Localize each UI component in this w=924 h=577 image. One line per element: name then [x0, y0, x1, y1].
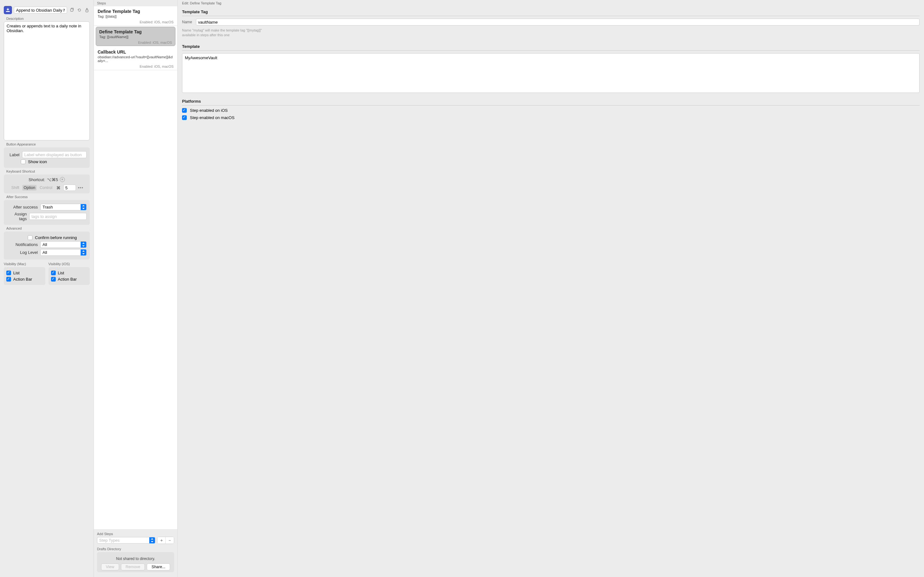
notifications-label: Notifications — [7, 242, 38, 247]
steps-header: Steps — [94, 0, 177, 6]
mod-control[interactable]: Control — [39, 185, 53, 190]
add-steps-label: Add Steps — [97, 532, 174, 536]
template-textarea[interactable]: MyAwesomeVault — [182, 53, 919, 93]
left-panel: Description Creates or appends text to a… — [0, 0, 94, 577]
after-success-panel: After success Trash Assign tags — [4, 200, 90, 225]
svg-rect-1 — [71, 9, 73, 11]
after-success-field-label: After success — [7, 205, 38, 210]
remove-step-button[interactable]: － — [166, 537, 174, 544]
action-name-input[interactable] — [14, 6, 67, 13]
button-appearance-panel: Label Show icon — [4, 147, 90, 168]
after-success-select[interactable]: Trash — [40, 204, 87, 210]
title-row — [4, 6, 90, 14]
visibility-ios-label: Visibility (iOS) — [48, 262, 90, 266]
more-icon[interactable]: ••• — [78, 185, 84, 190]
step-enabled: Enabled: iOS, macOS — [98, 20, 174, 24]
mod-option[interactable]: Option — [23, 185, 37, 190]
macos-enabled-checkbox[interactable] — [182, 115, 187, 120]
step-subtitle: obsidian://advanced-uri?vault=[[vaultNam… — [98, 55, 174, 63]
confirm-checkbox[interactable] — [28, 235, 32, 240]
step-title: Define Template Tag — [98, 9, 174, 14]
macos-enabled-label: Step enabled on macOS — [190, 115, 235, 120]
vis-actionbar-label: Action Bar — [13, 277, 32, 282]
remove-button: Remove — [121, 564, 145, 571]
step-types-select[interactable]: Step Types — [97, 537, 155, 544]
log-level-select[interactable]: All — [40, 249, 87, 256]
share-icon[interactable] — [84, 7, 90, 13]
step-subtitle: Tag: [[data]] — [98, 15, 174, 18]
advanced-panel: Confirm before running Notifications All… — [4, 232, 90, 259]
name-label: Name — [182, 20, 193, 24]
step-item[interactable]: Define Template TagTag: [[data]]Enabled:… — [94, 6, 177, 26]
step-title: Define Template Tag — [99, 29, 172, 34]
vis-actionbar-label: Action Bar — [58, 277, 77, 282]
steps-panel: Steps Define Template TagTag: [[data]]En… — [94, 0, 178, 577]
assign-tags-input[interactable] — [29, 213, 87, 220]
duplicate-icon[interactable] — [69, 7, 75, 13]
shortcut-key-input[interactable] — [63, 185, 76, 191]
show-icon-checkbox[interactable] — [21, 160, 26, 164]
notifications-select[interactable]: All — [40, 241, 87, 248]
shortcut-value: ⌥⌘5 — [47, 177, 58, 182]
svg-rect-0 — [6, 11, 10, 12]
description-label: Description — [6, 17, 90, 21]
ios-enabled-label: Step enabled on iOS — [190, 108, 228, 113]
directory-status: Not shared to directory. — [99, 556, 172, 561]
drafts-directory-label: Drafts Directory — [97, 547, 174, 551]
edit-panel: Edit: Define Template Tag Template Tag N… — [178, 0, 924, 577]
add-step-button[interactable]: ＋ — [158, 537, 166, 544]
vis-mac-list-checkbox[interactable] — [6, 271, 11, 275]
step-subtitle: Tag: [[vaultName]] — [99, 35, 172, 39]
keyboard-shortcut-panel: Shortcut: ⌥⌘5 ✕ Shift Option Control ⌘ •… — [4, 174, 90, 193]
tag-hint: Name "mytag" will make the template tag … — [182, 28, 919, 38]
view-button: View — [101, 564, 119, 571]
vis-mac-actionbar-checkbox[interactable] — [6, 277, 11, 282]
keyboard-shortcut-label: Keyboard Shortcut — [6, 169, 90, 173]
template-tag-heading: Template Tag — [182, 10, 919, 16]
log-level-label: Log Level — [7, 250, 38, 255]
clear-shortcut-icon[interactable]: ✕ — [60, 177, 65, 182]
download-icon — [6, 8, 10, 12]
step-item[interactable]: Define Template TagTag: [[vaultName]]Ena… — [96, 27, 175, 46]
action-icon[interactable] — [4, 6, 12, 14]
button-appearance-label: Button Appearance — [6, 142, 90, 146]
platforms-heading: Platforms — [182, 99, 919, 105]
template-heading: Template — [182, 44, 919, 51]
vis-ios-list-checkbox[interactable] — [51, 271, 56, 275]
advanced-label: Advanced — [6, 226, 90, 230]
label-input[interactable] — [22, 151, 87, 158]
after-success-label: After Success — [6, 195, 90, 199]
step-enabled: Enabled: iOS, macOS — [98, 64, 174, 68]
show-icon-label: Show icon — [28, 160, 47, 164]
label-field-label: Label — [7, 152, 19, 157]
mod-command[interactable]: ⌘ — [55, 185, 61, 190]
steps-list: Define Template TagTag: [[data]]Enabled:… — [94, 6, 177, 529]
step-title: Callback URL — [98, 50, 174, 55]
shortcut-prefix: Shortcut: — [29, 177, 45, 182]
vis-list-label: List — [58, 271, 64, 275]
undo-icon[interactable] — [77, 7, 82, 13]
tag-name-input[interactable] — [196, 19, 919, 26]
ios-enabled-checkbox[interactable] — [182, 108, 187, 113]
edit-header: Edit: Define Template Tag — [178, 0, 924, 6]
description-textarea[interactable]: Creates or appends text to a daily note … — [4, 21, 90, 140]
share-button[interactable]: Share... — [147, 564, 170, 571]
mod-shift[interactable]: Shift — [10, 185, 21, 190]
step-enabled: Enabled: iOS, macOS — [99, 40, 172, 44]
vis-ios-actionbar-checkbox[interactable] — [51, 277, 56, 282]
confirm-label: Confirm before running — [35, 235, 77, 240]
step-item[interactable]: Callback URLobsidian://advanced-uri?vaul… — [94, 47, 177, 70]
assign-tags-label: Assign tags — [7, 212, 27, 221]
visibility-mac-label: Visibility (Mac) — [4, 262, 45, 266]
vis-list-label: List — [13, 271, 19, 275]
